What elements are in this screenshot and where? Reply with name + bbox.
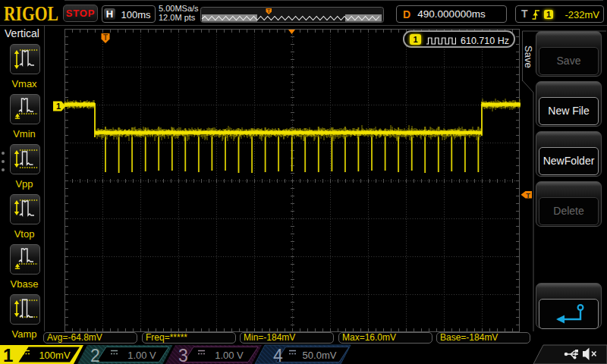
svg-text:T: T (267, 8, 271, 14)
svg-text:T: T (103, 33, 108, 42)
svg-text:T: T (526, 192, 530, 199)
svg-text:1: 1 (56, 102, 61, 111)
